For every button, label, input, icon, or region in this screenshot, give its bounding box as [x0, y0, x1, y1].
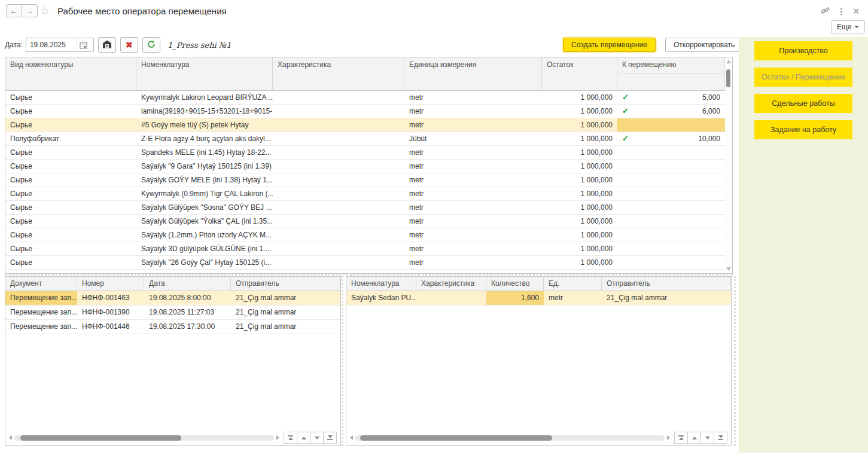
table-row[interactable]: СырьеSpandeks MELE (ini 1.45) Hytaý 18-2… [5, 146, 732, 160]
move-value: 6,000 [702, 105, 720, 118]
table-row[interactable]: СырьеSaýalyk Gülýüpek "Sosna" GOÝY BEJ .… [5, 201, 732, 215]
table-row[interactable]: СырьеSaýalyk (1.2mm.) Piton uzorly AÇYK … [5, 228, 732, 242]
menu-dots-icon[interactable]: ⋮ [837, 7, 845, 16]
more-button[interactable]: Еще [831, 20, 865, 33]
balance-cell: 1 000,000 [542, 242, 617, 255]
scroll-right-arrow[interactable] [667, 435, 670, 440]
column-header[interactable]: Дата [144, 277, 231, 291]
column-header[interactable]: Документ [5, 277, 77, 291]
column-header[interactable]: Отправитель [602, 277, 731, 291]
table-row[interactable]: СырьеSaýalyk GOÝY MELE (ini 1.38) Hytaý … [5, 173, 732, 187]
splitter-horizontal[interactable] [5, 274, 733, 276]
items-table-header: НоменклатураХарактеристикаКоличествоЕд.О… [346, 277, 731, 291]
scroll-down-button[interactable] [701, 432, 714, 444]
scrollbar-thumb[interactable] [20, 435, 181, 441]
scroll-up-arrow[interactable] [726, 60, 731, 63]
column-header[interactable]: Номер [77, 277, 144, 291]
column-header[interactable]: Ед. [544, 277, 602, 291]
column-header[interactable]: Характеристика [273, 57, 404, 90]
column-header[interactable]: Отправитель [231, 277, 340, 291]
table-row[interactable]: Перемещение зап...НФНФ-00144619.08.2025 … [5, 320, 340, 334]
date-field [26, 38, 94, 52]
adjust-button[interactable]: Откорректировать [665, 38, 743, 52]
column-header[interactable]: Количество [486, 277, 544, 291]
side-button-piecework[interactable]: Сдельные работы [754, 94, 852, 113]
side-button-work-order[interactable]: Задание на работу [754, 120, 852, 139]
characteristic-cell [273, 118, 404, 132]
table-row[interactable]: СырьеSaýalyk 3D gülýüpek GÜLGÜNE (ini 1.… [5, 242, 732, 256]
table-row[interactable]: СырьеKywyrmalyk (0.9mm) Tigr ÇAL Lakiron… [5, 187, 732, 201]
horizontal-scrollbar[interactable] [355, 435, 665, 441]
characteristic-cell [273, 91, 404, 104]
characteristic-cell [273, 146, 404, 159]
sender-cell: 21_Çig mal ammar [231, 306, 340, 319]
balance-cell: 1 000,000 [542, 118, 617, 132]
column-header[interactable]: Номенклатура [136, 57, 273, 90]
scroll-down-button[interactable] [310, 432, 324, 444]
table-row[interactable]: Сырье#5 Goýy mele tüý (S) petek Hytaymet… [5, 118, 732, 132]
splitter-vertical-right[interactable] [734, 276, 736, 446]
table-row[interactable]: Перемещение зап...НФНФ-00139019.08.2025 … [5, 306, 340, 320]
calendar-icon[interactable] [77, 38, 90, 51]
table-row[interactable]: СырьеSaýalyk Gülýüpek "Ýolka" ÇAL (ini 1… [5, 215, 732, 228]
balance-cell: 1 000,000 [542, 270, 617, 273]
characteristic-cell [273, 215, 404, 228]
table-row[interactable]: ПолуфабрикатZ-E Flora agzy 4 burç açylan… [5, 132, 732, 146]
documents-table-body: Перемещение зап...НФНФ-00146319.08.2025 … [5, 291, 340, 334]
favorites-star-icon[interactable]: ☆ [40, 4, 50, 17]
link-icon[interactable] [821, 6, 830, 16]
table-row[interactable]: Saýalyk Sedan PU...1,600metr21_Çig mal a… [346, 291, 731, 306]
splitter-vertical-left[interactable] [342, 276, 343, 446]
vertical-scrollbar[interactable] [725, 57, 732, 273]
scroll-up-button[interactable] [687, 432, 701, 444]
scroll-left-arrow[interactable] [9, 435, 12, 440]
scroll-to-top-button[interactable] [284, 432, 297, 444]
balance-cell: 1 000,000 [542, 160, 617, 173]
scroll-down-arrow[interactable] [726, 267, 731, 271]
side-button-production[interactable]: Производство [754, 41, 852, 60]
nomenclature-cell: #5 Goýy mele tüý (S) petek Hytay [136, 118, 273, 132]
refresh-button[interactable] [142, 37, 160, 53]
column-header[interactable]: К перемещению [617, 57, 725, 90]
unit-cell: metr [404, 160, 542, 173]
table-row[interactable]: СырьеSaýalyk "9 Gara" Hytaý 150125 (ini … [5, 160, 732, 173]
kind-cell: Сырье [5, 256, 136, 269]
scroll-right-arrow[interactable] [276, 435, 279, 440]
row-nav-buttons [675, 432, 727, 444]
warehouse-button[interactable] [98, 37, 116, 53]
unit-cell: metr [404, 201, 542, 214]
column-header[interactable]: Номенклатура [346, 277, 416, 291]
column-header[interactable]: Единица измерения [404, 57, 542, 90]
date-input[interactable] [26, 41, 77, 49]
forward-button[interactable]: → [22, 4, 38, 17]
back-button[interactable]: ← [6, 4, 22, 17]
scroll-to-bottom-button[interactable] [714, 432, 727, 444]
table-row[interactable]: Сырьеlamina(39193+9015-15+53201-18+9015-… [5, 105, 732, 118]
table-row[interactable]: СырьеSaýalyk ...metr1 000,000 [5, 270, 732, 273]
scroll-up-button[interactable] [297, 432, 310, 444]
number-cell: НФНФ-001390 [77, 306, 144, 319]
clear-selection-button[interactable]: ✖ [120, 37, 138, 53]
balance-cell: 1 000,000 [542, 187, 617, 200]
column-header[interactable]: Характеристика [416, 277, 486, 291]
table-row[interactable]: Перемещение зап...НФНФ-00146319.08.2025 … [5, 291, 340, 306]
table-row[interactable]: СырьеKywyrmalyk Lakiron Leopard BIRÝUZA … [5, 91, 732, 105]
move-cell [617, 187, 725, 200]
scrollbar-thumb[interactable] [360, 435, 552, 441]
scroll-to-bottom-button[interactable] [323, 432, 337, 444]
create-move-button[interactable]: Создать перемещение [563, 38, 656, 52]
horizontal-scrollbar[interactable] [14, 435, 274, 441]
close-icon[interactable]: ✕ [852, 7, 860, 16]
characteristic-cell [273, 173, 404, 187]
characteristic-cell [273, 132, 404, 145]
move-value: 5,000 [702, 91, 720, 104]
nomenclature-cell: Saýalyk 3D gülýüpek GÜLGÜNE (ini 1.... [136, 242, 273, 255]
scroll-left-arrow[interactable] [350, 435, 353, 440]
scrollbar-thumb[interactable] [726, 69, 730, 87]
move-cell [617, 173, 725, 187]
scroll-to-top-button[interactable] [674, 432, 688, 444]
column-header[interactable]: Остаток [542, 57, 617, 90]
document-cell: Перемещение зап... [5, 320, 77, 334]
table-row[interactable]: СырьеSaýalyk "26 Goýy Çal" Hytaý 150125 … [5, 256, 732, 270]
column-header[interactable]: Вид номенклатуры [5, 57, 136, 90]
